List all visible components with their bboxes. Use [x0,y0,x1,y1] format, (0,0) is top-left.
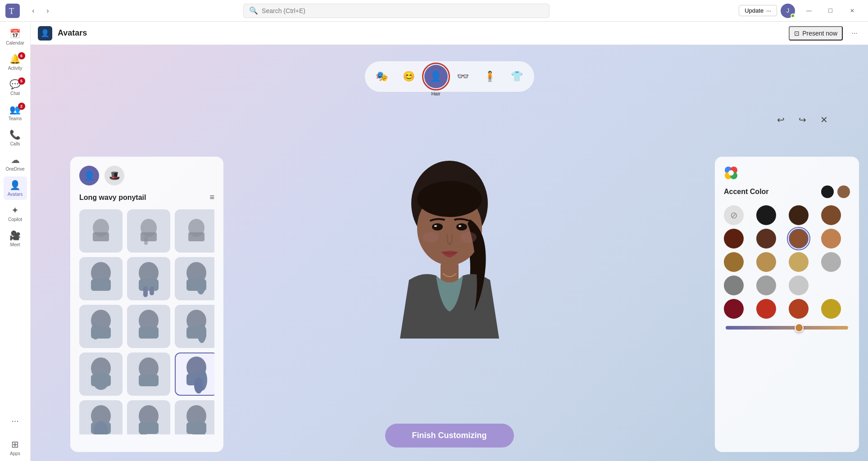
hair-item-prev-1[interactable] [79,209,123,253]
present-now-button[interactable]: ⊡ Present now [789,26,843,41]
sidebar: 📅 Calendar 🔔 Activity 6 💬 Chat 5 👥 Teams… [0,22,31,461]
sidebar-label-apps: Apps [10,451,20,456]
update-ellipsis: ··· [766,7,771,14]
hair-item-1[interactable] [79,257,123,300]
left-panel: 👤 🎩 Long wavy ponytail ≡ [70,157,223,452]
slider-thumb[interactable] [795,323,804,332]
sidebar-item-activity[interactable]: 🔔 Activity 6 [4,50,27,74]
color-auburn[interactable] [789,229,809,249]
header-right: ⊡ Present now ··· [789,26,861,41]
color-darkred2[interactable] [724,299,744,319]
sidebar-item-meet[interactable]: 🎥 Meet [4,227,27,250]
tab-preset[interactable]: 🎭 [370,65,394,88]
hair-item-9[interactable] [175,353,214,396]
search-icon: 🔍 [249,6,258,15]
color-chocolatebrown[interactable] [756,229,776,249]
hair-item-prev-3[interactable] [175,209,214,253]
redo-button[interactable]: ↪ [794,112,810,128]
color-red[interactable] [756,299,776,319]
svg-point-53 [434,225,437,227]
minimize-button[interactable]: — [799,4,819,18]
sidebar-item-chat[interactable]: 💬 Chat 5 [4,76,27,99]
update-button[interactable]: Update ··· [739,5,777,16]
hair-extra-tab[interactable]: 🎩 [105,166,124,185]
color-lightbrown[interactable] [821,229,841,249]
maximize-button[interactable]: ☐ [820,4,841,18]
color-darkred[interactable] [724,229,744,249]
search-input[interactable] [262,7,544,14]
color-black[interactable] [756,205,776,225]
title-bar-left: T ‹ › [0,4,54,18]
selected-color-2[interactable] [837,185,850,198]
svg-point-51 [423,232,439,243]
tab-body[interactable]: 🧍 [478,65,502,88]
right-panel: Accent Color ⊘ [715,157,859,452]
tab-face[interactable]: 😊 [397,65,421,88]
sidebar-item-more[interactable]: ··· [4,409,27,432]
sidebar-item-onedrive[interactable]: ☁ OneDrive [4,151,27,175]
hair-style-tab[interactable]: 👤 [79,166,99,185]
hair-item-10[interactable] [79,400,123,434]
color-darkbrown[interactable] [789,205,809,225]
hair-item-4[interactable] [79,305,123,348]
svg-rect-14 [143,286,148,297]
header-more-button[interactable]: ··· [848,27,861,40]
calendar-icon: 📅 [9,28,21,39]
back-button[interactable]: ‹ [27,5,40,17]
user-avatar[interactable]: J [781,4,795,18]
color-darkblonde[interactable] [756,252,776,272]
hair-silhouette-12 [178,402,214,434]
hair-item-8[interactable] [127,353,170,396]
tab-clothing[interactable]: 👕 [505,65,529,88]
hair-item-6[interactable] [175,305,214,348]
color-darkgrey[interactable] [724,276,744,295]
forward-button[interactable]: › [41,5,54,17]
hair-item-7[interactable] [79,353,123,396]
filter-button[interactable]: ≡ [209,193,214,202]
hair-item-3[interactable] [175,257,214,300]
color-grey[interactable] [756,276,776,295]
svg-rect-13 [139,279,159,291]
hair-item-12[interactable] [175,400,214,434]
sidebar-item-teams[interactable]: 👥 Teams 2 [4,101,27,124]
search-bar[interactable]: 🔍 [243,4,550,18]
face-icon: 😊 [403,71,415,82]
svg-point-35 [194,377,203,393]
color-lightgrey[interactable] [821,252,841,272]
tab-accessories[interactable]: 👓 [451,65,475,88]
sidebar-item-copilot[interactable]: ✦ Copilot [4,202,27,225]
color-blonde[interactable] [789,252,809,272]
finish-customizing-button[interactable]: Finish Customizing [385,424,514,447]
color-goldenbrown[interactable] [724,252,744,272]
color-silver[interactable] [789,276,809,295]
color-auburn2[interactable] [789,299,809,319]
undo-button[interactable]: ↩ [773,112,789,128]
close-button[interactable]: ✕ [842,4,863,18]
color-brown[interactable] [821,205,841,225]
teams-logo: T [5,4,20,18]
hair-item-11[interactable] [127,400,170,434]
present-icon: ⊡ [794,30,800,37]
sidebar-item-calls[interactable]: 📞 Calls [4,126,27,149]
avatar-svg [364,149,535,411]
sidebar-item-calendar[interactable]: 📅 Calendar [4,25,27,49]
selected-color-1[interactable] [821,185,834,198]
sidebar-item-avatars[interactable]: 👤 Avatars [4,176,27,200]
hair-silhouette-4 [83,306,119,347]
present-label: Present now [802,30,837,37]
color-none[interactable]: ⊘ [724,205,744,225]
svg-rect-31 [139,375,159,386]
tab-hair[interactable]: 👤 Hair [424,65,448,88]
hair-silhouette-7 [83,354,119,394]
color-gold[interactable] [821,299,841,319]
hair-silhouette-2 [131,258,167,299]
main-content: 🎭 😊 👤 Hair 👓 🧍 👕 ↩ ↪ ✕ [31,45,868,461]
hair-item-prev-2[interactable] [127,209,170,253]
hair-item-2[interactable] [127,257,170,300]
hair-silhouette-5 [131,306,167,347]
sidebar-item-apps[interactable]: ⊞ Apps [4,436,27,459]
editor-close-button[interactable]: ✕ [816,112,832,128]
avatars-icon: 👤 [9,180,21,190]
hair-item-5[interactable] [127,305,170,348]
calls-icon: 📞 [9,129,21,140]
